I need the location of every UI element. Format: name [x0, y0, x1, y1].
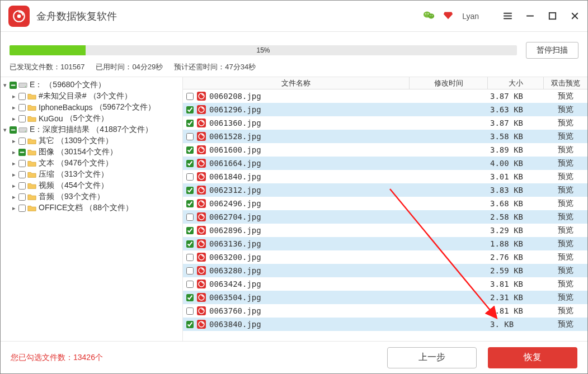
file-checkbox[interactable]: [186, 227, 194, 234]
collapse-icon[interactable]: ▾: [2, 126, 8, 134]
file-checkbox[interactable]: [186, 321, 194, 328]
file-checkbox[interactable]: [186, 267, 194, 274]
table-row[interactable]: 0062312.jpg3.83 KB预览: [183, 183, 587, 197]
tree-node[interactable]: ▸其它（1309个文件）: [2, 135, 181, 146]
collapse-icon[interactable]: ▾: [2, 82, 8, 89]
expand-icon[interactable]: ▸: [11, 171, 17, 178]
table-row[interactable]: 0062896.jpg3.29 KB预览: [183, 224, 587, 237]
tree-node[interactable]: ▸IphoneBackups（59672个文件）: [2, 102, 181, 113]
expand-icon[interactable]: ▸: [11, 193, 17, 201]
file-checkbox[interactable]: [186, 133, 194, 140]
tree-checkbox[interactable]: [18, 205, 26, 212]
tree-checkbox[interactable]: [18, 93, 26, 100]
preview-link[interactable]: 预览: [544, 198, 587, 209]
vip-diamond-icon[interactable]: [443, 10, 453, 22]
preview-link[interactable]: 预览: [544, 145, 587, 155]
table-row[interactable]: 0063840.jpg3. KB预览: [183, 318, 587, 331]
table-row[interactable]: 0061360.jpg3.87 KB预览: [183, 116, 587, 130]
preview-link[interactable]: 预览: [544, 239, 587, 249]
pause-scan-button[interactable]: 暂停扫描: [526, 42, 578, 59]
expand-icon[interactable]: ▸: [11, 138, 17, 145]
expand-icon[interactable]: ▸: [11, 115, 17, 122]
menu-button[interactable]: [500, 9, 515, 23]
tree-checkbox[interactable]: [18, 182, 26, 190]
table-row[interactable]: 0061840.jpg3.01 KB预览: [183, 170, 587, 183]
file-checkbox[interactable]: [186, 240, 194, 248]
table-row[interactable]: 0061296.jpg3.63 KB预览: [183, 103, 587, 116]
column-header-preview[interactable]: 双击预览: [544, 77, 587, 89]
file-checkbox[interactable]: [186, 200, 194, 207]
wechat-icon[interactable]: [423, 10, 435, 22]
expand-icon[interactable]: ▸: [11, 93, 17, 100]
table-row[interactable]: 0062704.jpg2.58 KB预览: [183, 210, 587, 224]
minimize-button[interactable]: [523, 9, 537, 23]
tree-checkbox[interactable]: [18, 115, 26, 122]
tree-checkbox[interactable]: [18, 149, 26, 156]
preview-link[interactable]: 预览: [544, 225, 587, 235]
preview-link[interactable]: 预览: [544, 118, 587, 128]
tree-checkbox[interactable]: [18, 104, 26, 111]
tree-node[interactable]: ▸图像（30154个文件）: [2, 146, 181, 158]
preview-link[interactable]: 预览: [544, 131, 587, 141]
table-row[interactable]: 0061664.jpg4.00 KB预览: [183, 157, 587, 170]
file-checkbox[interactable]: [186, 254, 194, 261]
preview-link[interactable]: 预览: [544, 172, 587, 182]
table-row[interactable]: 0061528.jpg3.58 KB预览: [183, 130, 587, 143]
expand-icon[interactable]: ▸: [11, 182, 17, 190]
column-header-time[interactable]: 修改时间: [410, 77, 488, 89]
table-row[interactable]: 0063280.jpg2.59 KB预览: [183, 264, 587, 277]
file-checkbox[interactable]: [186, 173, 194, 181]
tree-node[interactable]: ▸KuGou（5个文件）: [2, 113, 181, 124]
tree-node[interactable]: ▸文本（9476个文件）: [2, 158, 181, 169]
file-checkbox[interactable]: [186, 160, 194, 167]
preview-link[interactable]: 预览: [544, 279, 587, 289]
expand-icon[interactable]: ▸: [11, 160, 17, 167]
table-row[interactable]: 0061600.jpg3.89 KB预览: [183, 143, 587, 157]
file-checkbox[interactable]: [186, 120, 194, 127]
preview-link[interactable]: 预览: [544, 185, 587, 195]
table-row[interactable]: 0063136.jpg1.88 KB预览: [183, 237, 587, 250]
tree-node[interactable]: ▸OFFICE文档（88个文件）: [2, 202, 181, 214]
tree-checkbox[interactable]: [18, 171, 26, 178]
tree-node[interactable]: ▸压缩（313个文件）: [2, 169, 181, 180]
file-checkbox[interactable]: [186, 187, 194, 194]
tree-checkbox[interactable]: [18, 193, 26, 201]
table-row[interactable]: 0063504.jpg2.31 KB预览: [183, 291, 587, 304]
table-row[interactable]: 0062496.jpg3.68 KB预览: [183, 197, 587, 210]
preview-link[interactable]: 预览: [544, 306, 587, 316]
table-row[interactable]: 0060208.jpg3.87 KB预览: [183, 89, 587, 103]
tree-node[interactable]: ▸#未知父目录#（3个文件）: [2, 91, 181, 102]
tree-node[interactable]: ▸视频（454个文件）: [2, 180, 181, 191]
preview-link[interactable]: 预览: [544, 91, 587, 101]
file-checkbox[interactable]: [186, 214, 194, 221]
preview-link[interactable]: 预览: [544, 292, 587, 302]
tree-checkbox[interactable]: [10, 126, 17, 134]
table-row[interactable]: 0063760.jpg3.81 KB预览: [183, 304, 587, 318]
file-table-body[interactable]: 0060208.jpg3.87 KB预览0061296.jpg3.63 KB预览…: [183, 89, 587, 341]
prev-step-button[interactable]: 上一步: [387, 347, 477, 368]
table-row[interactable]: 0063424.jpg3.81 KB预览: [183, 277, 587, 291]
tree-checkbox[interactable]: [18, 138, 26, 145]
expand-icon[interactable]: ▸: [11, 149, 17, 156]
preview-link[interactable]: 预览: [544, 212, 587, 222]
tree-node[interactable]: ▸音频（93个文件）: [2, 191, 181, 202]
file-checkbox[interactable]: [186, 294, 194, 301]
preview-link[interactable]: 预览: [544, 252, 587, 262]
username-label[interactable]: Lyan: [462, 12, 479, 21]
file-checkbox[interactable]: [186, 93, 194, 100]
file-checkbox[interactable]: [186, 281, 194, 288]
file-checkbox[interactable]: [186, 307, 194, 315]
preview-link[interactable]: 预览: [544, 266, 587, 276]
maximize-button[interactable]: [545, 9, 559, 23]
column-header-size[interactable]: 大小: [488, 77, 544, 89]
expand-icon[interactable]: ▸: [11, 104, 17, 111]
preview-link[interactable]: 预览: [544, 319, 587, 329]
column-header-name[interactable]: 文件名称: [183, 77, 410, 89]
table-row[interactable]: 0063200.jpg2.76 KB预览: [183, 250, 587, 264]
tree-node[interactable]: ▾E：（59680个文件）: [2, 79, 181, 91]
file-checkbox[interactable]: [186, 146, 194, 154]
preview-link[interactable]: 预览: [544, 105, 587, 115]
tree-node[interactable]: ▾E：深度扫描结果（41887个文件）: [2, 124, 181, 135]
tree-checkbox[interactable]: [10, 82, 17, 89]
preview-link[interactable]: 预览: [544, 158, 587, 168]
